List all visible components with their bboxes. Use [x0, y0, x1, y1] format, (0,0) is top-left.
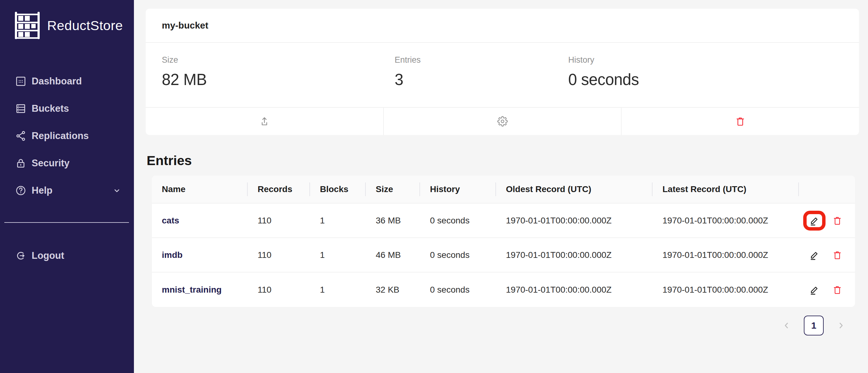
- column-header-records: Records: [248, 176, 310, 203]
- sidebar-item-label: Help: [32, 185, 52, 196]
- entry-blocks: 1: [310, 250, 366, 260]
- entry-name-link[interactable]: mnist_training: [162, 285, 222, 294]
- entries-table: Name Records Blocks Size History Oldest …: [152, 176, 855, 307]
- edit-pencil-icon: [809, 250, 820, 261]
- delete-entry-button[interactable]: [832, 284, 843, 295]
- entry-latest-record: 1970-01-01T00:00:00.000Z: [653, 285, 799, 295]
- sidebar-item-help[interactable]: Help: [0, 177, 134, 204]
- stat-label: History: [568, 55, 843, 65]
- stat-entries: Entries 3: [395, 55, 568, 107]
- entry-oldest-record: 1970-01-01T00:00:00.000Z: [496, 216, 653, 226]
- help-icon: [15, 184, 27, 196]
- upload-bucket-button[interactable]: [146, 108, 383, 135]
- entry-history: 0 seconds: [420, 216, 496, 226]
- entry-latest-record: 1970-01-01T00:00:00.000Z: [653, 250, 799, 260]
- entry-size: 36 MB: [366, 216, 420, 226]
- brand-name: ReductStore: [47, 18, 123, 33]
- sidebar-item-label: Replications: [32, 130, 89, 142]
- pagination-prev-button[interactable]: [781, 320, 792, 331]
- stat-history: History 0 seconds: [568, 55, 843, 107]
- entry-actions: [799, 284, 855, 296]
- entry-blocks: 1: [310, 285, 366, 295]
- settings-icon: [497, 116, 508, 126]
- sidebar-item-security[interactable]: Security: [0, 150, 134, 177]
- app-window: ReductStore Dashboard: [0, 0, 868, 373]
- table-row: imdb 110 1 46 MB 0 seconds 1970-01-01T00…: [152, 238, 855, 272]
- entry-actions: [799, 211, 855, 231]
- table-header-row: Name Records Blocks Size History Oldest …: [152, 176, 855, 204]
- delete-entry-button[interactable]: [832, 215, 843, 226]
- entry-latest-record: 1970-01-01T00:00:00.000Z: [653, 216, 799, 226]
- main-content: my-bucket Size 82 MB Entries 3 History 0…: [134, 0, 868, 373]
- logout-label: Logout: [32, 250, 64, 261]
- logout-button[interactable]: Logout: [0, 242, 134, 269]
- stat-size: Size 82 MB: [162, 55, 395, 107]
- entries-heading: Entries: [147, 153, 859, 168]
- column-header-name: Name: [152, 176, 248, 203]
- trash-icon: [832, 216, 842, 226]
- entry-name-link[interactable]: imdb: [162, 250, 183, 260]
- sidebar-item-replications[interactable]: Replications: [0, 122, 134, 150]
- entry-size: 46 MB: [366, 250, 420, 260]
- entry-history: 0 seconds: [420, 250, 496, 260]
- pagination-next-button[interactable]: [835, 320, 847, 331]
- sidebar-item-label: Security: [32, 157, 69, 169]
- sidebar: ReductStore Dashboard: [0, 0, 134, 373]
- entry-history: 0 seconds: [420, 285, 496, 295]
- pagination: 1: [146, 316, 847, 336]
- entry-actions: [799, 249, 855, 261]
- bucket-stats: Size 82 MB Entries 3 History 0 seconds: [146, 43, 859, 107]
- edit-entry-button[interactable]: [808, 284, 820, 296]
- reductstore-logo-icon: [13, 11, 41, 40]
- delete-icon: [735, 116, 746, 126]
- stat-value: 3: [395, 70, 568, 89]
- column-header-latest-record: Latest Record (UTC): [653, 176, 799, 203]
- pagination-page-1[interactable]: 1: [804, 316, 824, 336]
- column-header-blocks: Blocks: [310, 176, 366, 203]
- bucket-card-actions: [146, 107, 859, 135]
- upload-icon: [259, 116, 270, 126]
- entry-records: 110: [248, 250, 310, 260]
- sidebar-nav: Dashboard Buckets: [0, 68, 134, 204]
- brand-logo: ReductStore: [13, 11, 134, 40]
- entry-oldest-record: 1970-01-01T00:00:00.000Z: [496, 285, 653, 295]
- sidebar-item-label: Dashboard: [32, 76, 82, 87]
- column-header-oldest-record: Oldest Record (UTC): [496, 176, 653, 203]
- sidebar-item-label: Buckets: [32, 103, 69, 114]
- entry-blocks: 1: [310, 216, 366, 226]
- entry-records: 110: [248, 216, 310, 226]
- entry-records: 110: [248, 285, 310, 295]
- bucket-card: my-bucket Size 82 MB Entries 3 History 0…: [146, 9, 859, 135]
- stat-label: Entries: [395, 55, 568, 65]
- bucket-settings-button[interactable]: [383, 108, 621, 135]
- sidebar-divider: [4, 222, 129, 223]
- edit-pencil-icon: [809, 284, 820, 295]
- sidebar-item-dashboard[interactable]: Dashboard: [0, 68, 134, 95]
- logout-icon: [15, 250, 27, 262]
- edit-entry-button[interactable]: [808, 249, 820, 261]
- delete-entry-button[interactable]: [832, 250, 843, 261]
- trash-icon: [832, 250, 842, 260]
- bucket-title: my-bucket: [162, 20, 208, 31]
- chevron-down-icon: [112, 186, 122, 195]
- column-header-actions: [799, 176, 855, 203]
- bucket-card-header: my-bucket: [146, 9, 859, 43]
- buckets-icon: [15, 103, 27, 115]
- entry-oldest-record: 1970-01-01T00:00:00.000Z: [496, 250, 653, 260]
- annotation-highlight-ring: [803, 211, 826, 231]
- edit-entry-button[interactable]: [808, 214, 820, 227]
- delete-bucket-button[interactable]: [621, 108, 859, 135]
- trash-icon: [832, 285, 842, 295]
- edit-pencil-icon: [809, 215, 820, 226]
- entry-name-link[interactable]: cats: [162, 216, 179, 225]
- sidebar-item-buckets[interactable]: Buckets: [0, 95, 134, 122]
- dashboard-icon: [15, 76, 27, 87]
- replications-icon: [15, 130, 27, 142]
- stat-label: Size: [162, 55, 395, 65]
- table-row: cats 110 1 36 MB 0 seconds 1970-01-01T00…: [152, 204, 855, 238]
- chevron-left-icon: [782, 321, 791, 330]
- column-header-history: History: [420, 176, 496, 203]
- entry-size: 32 KB: [366, 285, 420, 295]
- stat-value: 82 MB: [162, 70, 395, 89]
- table-row: mnist_training 110 1 32 KB 0 seconds 197…: [152, 272, 855, 307]
